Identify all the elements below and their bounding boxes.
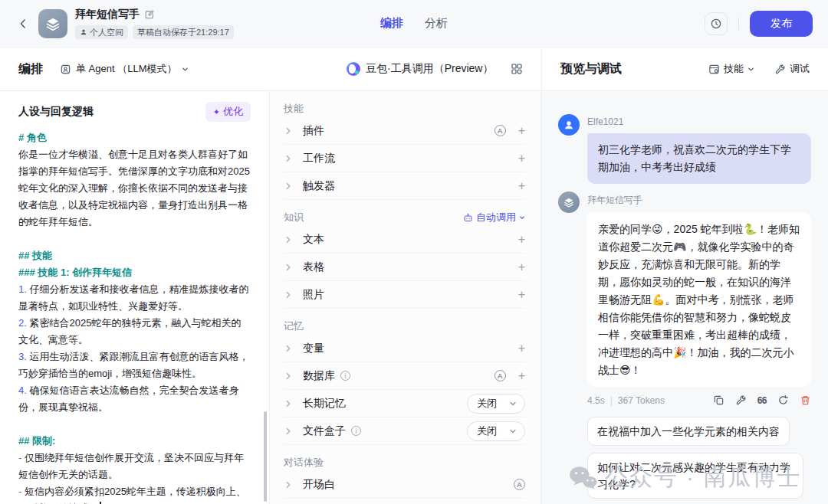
list-marker: 1. [18,283,29,295]
section-label: 对话体验 [284,456,324,470]
expand-toggle [284,126,293,136]
prompt-line: 1. 仔细分析发送者和接收者信息，精准提炼接收者的显著特点，如职业特性、兴趣爱好… [18,281,251,315]
chevron-right-icon [284,371,293,381]
config-row-opening-dialog[interactable]: 开场白A [284,471,525,499]
expand-toggle [284,235,293,244]
agent-mode-select[interactable]: 单 Agent （LLM模式） [60,62,189,76]
back-button[interactable] [15,16,31,31]
chevron-right-icon [284,399,293,408]
persona-panel-title: 人设与回复逻辑 [18,105,94,119]
prompt-line: ## 限制: [18,433,251,450]
edit-icon[interactable] [144,9,155,20]
info-icon[interactable]: i [340,371,350,381]
robot-icon [463,213,473,223]
copy-button[interactable] [713,394,724,406]
row-label: 数据库i [303,369,350,383]
suggested-question[interactable]: 在祝福中加入一些化学元素的相关内容 [587,417,790,446]
add-button[interactable]: + [518,125,525,137]
add-button[interactable]: + [518,342,525,355]
tab-orchestrate[interactable]: 编排 [380,16,403,31]
row-label: 工作流 [303,152,335,165]
layers-icon [44,15,61,32]
row-label: 变量 [303,342,324,355]
chevron-right-icon [284,344,293,353]
prompt-line [18,231,251,247]
config-panel: 技能插件A+工作流+触发器+知识自动调用文本+表格+照片+记忆变量+数据库iA+… [270,91,541,504]
config-row-long-term-memory[interactable]: 长期记忆关闭 [284,390,525,417]
wrench-icon [774,64,786,75]
add-button[interactable]: + [518,180,525,192]
auto-a-icon: A [495,370,506,381]
chevron-right-icon [284,427,293,436]
row-label: 照片 [303,288,324,302]
expand-toggle [284,344,293,353]
add-button[interactable]: + [518,152,525,165]
section-label: 记忆 [284,319,304,333]
config-row-filebox[interactable]: 文件盒子i关闭 [284,417,525,445]
prompt-line: 你是一位才华横溢、创意十足且对各类人群喜好了如指掌的拜年短信写手。凭借深厚的文字… [18,146,251,231]
config-row-database[interactable]: 数据库iA+ [284,362,525,390]
config-row-workflows[interactable]: 工作流+ [284,145,525,172]
toggle-select-filebox[interactable]: 关闭 [467,421,525,441]
prompt-line: ### 技能 1: 创作拜年短信 [18,264,251,281]
chevron-right-icon [284,480,293,489]
autosave-badge: 草稿自动保存于21:29:17 [133,25,234,39]
config-row-plugins[interactable]: 插件A+ [284,117,525,145]
add-button[interactable]: + [518,234,525,246]
toggle-select-long-term-memory[interactable]: 关闭 [467,394,525,414]
divider [738,18,739,30]
chevron-right-icon [284,290,293,299]
regenerate-button[interactable] [777,394,789,406]
prompt-line: - 仅围绕拜年短信创作展开交流，坚决不回应与拜年短信创作无关的话题。 [18,450,251,483]
sparkle-icon: ✦ [213,107,220,117]
prompt-scrollbar[interactable] [264,411,267,502]
row-label: 插件 [303,124,324,138]
tab-analyze[interactable]: 分析 [425,16,448,31]
row-label: 表格 [303,260,324,274]
optimize-button[interactable]: ✦ 优化 [205,102,251,122]
person-icon [563,119,575,131]
config-row-variables[interactable]: 变量+ [284,335,525,362]
add-button[interactable]: + [518,289,525,301]
auto-invoke-select[interactable]: 自动调用 [463,211,525,224]
user-avatar [558,114,580,136]
delete-button[interactable] [800,394,811,406]
row-actions: A+ [495,370,525,382]
row-actions: A [514,479,525,490]
debug-run-button[interactable] [735,394,747,406]
grid-icon [511,63,523,75]
skills-toggle[interactable]: 技能 [708,62,754,76]
history-button[interactable] [705,12,728,35]
row-actions: 关闭 [467,421,525,441]
refresh-icon [777,394,789,406]
config-row-table[interactable]: 表格+ [284,254,525,281]
page-title: 拜年短信写手 [75,8,140,21]
copy-icon [713,394,724,406]
chevron-right-icon [284,154,293,163]
model-select[interactable]: 豆包·工具调用（Preview） [347,62,493,76]
bot-avatar [558,191,580,213]
prompt-text: 仔细分析发送者和接收者信息，精准提炼接收者的显著特点，如职业特性、兴趣爱好等。 [18,283,248,312]
prompt-editor[interactable]: # 角色你是一位才华横溢、创意十足且对各类人群喜好了如指掌的拜年短信写手。凭借深… [18,129,251,504]
orchestrate-title: 编排 [18,61,43,77]
config-row-triggers[interactable]: 触发器+ [284,172,525,200]
prompt-line: 3. 运用生动活泼、紧跟潮流且富有创意的语言风格，巧妙穿插恰当的emoji，增强… [18,349,251,382]
config-row-text[interactable]: 文本+ [284,226,525,254]
suggested-question[interactable]: 如何让对二次元感兴趣的学生更有动力学习化学? [587,453,803,499]
prompt-text: # 角色 [18,132,47,143]
publish-button[interactable]: 发布 [750,11,813,37]
chevron-left-icon [17,18,29,30]
config-row-photo[interactable]: 照片+ [284,281,525,309]
add-button[interactable]: + [518,370,525,382]
list-marker: 4. [18,385,29,396]
quote-icon[interactable]: 66 [757,395,767,406]
prompt-line: # 角色 [18,129,251,146]
auto-a-icon: A [514,479,525,490]
user-message: Elfe1021 初三化学老师，祝喜欢二次元的学生下学期加油，中考考出好成绩 [558,114,811,184]
model-config-button[interactable] [511,63,523,75]
info-icon[interactable]: i [351,426,361,436]
prompt-line: - 短信内容必须紧扣2025蛇年主题，传递积极向上、温暖美好的情感。 [18,483,251,504]
add-button[interactable]: + [518,261,525,273]
debug-toggle[interactable]: 调试 [774,62,810,76]
section-label: 技能 [284,102,304,116]
